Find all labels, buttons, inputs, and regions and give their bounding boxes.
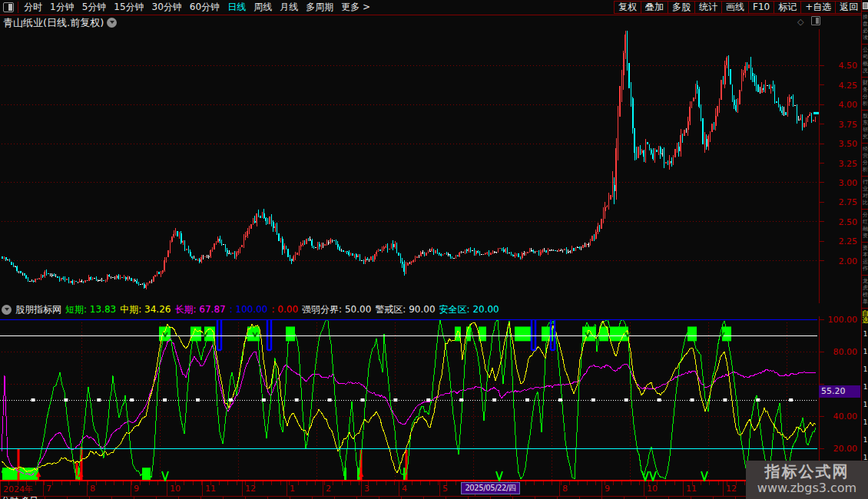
month-line (287, 481, 287, 496)
toolbar-tabs: 分时1分钟5分钟15分钟30分钟60分钟日线周线月线多周期更多 > (24, 0, 370, 15)
month-label: 12 (245, 484, 256, 494)
tab-日线[interactable]: 日线 (227, 0, 246, 15)
app-root: 分时1分钟5分钟15分钟30分钟60分钟日线周线月线多周期更多 > 复权叠加多股… (0, 0, 868, 499)
sidebar-items: 操 盘 必 读公 司 概 况财 务 分 析股 东 研 究经 营 分 析行 业 对… (862, 11, 868, 467)
indicator-header: 股朋指标网 短期: 13.83中期: 34.26长期: 67.87: 100.0… (2, 303, 499, 316)
tab-30分钟[interactable]: 30分钟 (152, 0, 182, 15)
value-highlight: 55.20 (819, 385, 860, 398)
month-label: 10 (647, 484, 658, 494)
month-label: 2024年 (3, 484, 33, 495)
month-label: 8 (90, 484, 95, 494)
sidebar-item-8[interactable]: 龙 虎 榜 单 (862, 275, 868, 308)
indicator-param-0: 短期: 13.83 (65, 303, 116, 316)
month-line (242, 481, 243, 496)
toolbar-divider (18, 2, 18, 13)
sidebar-item-6[interactable]: 分 红 融 资 (862, 209, 868, 242)
tab-5分钟[interactable]: 5分钟 (82, 0, 107, 15)
oscillator-arrows (36, 332, 725, 481)
sidebar-item-2[interactable]: 财 务 分 析 (862, 77, 868, 110)
svg-text:20.00: 20.00 (833, 444, 858, 454)
watermark-title: 指标公式网 (746, 463, 868, 481)
chevron-down-icon[interactable] (107, 18, 117, 28)
main-chart: 4.504.254.003.753.503.253.002.752.502.25… (0, 29, 868, 303)
sidebar-number-4: 1 (862, 396, 868, 414)
sidebar-number-0: 1 (862, 326, 868, 343)
tab-15分钟[interactable]: 15分钟 (114, 0, 144, 15)
sidebar-item-4[interactable]: 经 营 分 析 (862, 143, 868, 176)
month-label: 1 (290, 484, 295, 494)
date-highlight-text: 2025/05/22/四 (465, 484, 515, 492)
month-line (87, 481, 88, 496)
button-画线[interactable]: 画线 (721, 1, 749, 14)
button-F10[interactable]: F10 (748, 1, 774, 14)
month-label: 8 (562, 484, 568, 494)
month-line (0, 481, 1, 496)
svg-text:100.00: 100.00 (828, 316, 858, 325)
svg-text:4.00: 4.00 (839, 100, 858, 110)
month-line (399, 481, 399, 496)
sidebar-item-3[interactable]: 股 东 研 究 (862, 110, 868, 143)
tab-多周期[interactable]: 多周期 (306, 0, 333, 15)
tab-分时[interactable]: 分时 (24, 0, 42, 15)
button-叠加[interactable]: 叠加 (641, 1, 668, 14)
month-label: 9 (605, 484, 610, 494)
toolbar: 分时1分钟5分钟15分钟30分钟60分钟日线周线月线多周期更多 > 复权叠加多股… (0, 0, 868, 15)
sidebar-item-1[interactable]: 公 司 概 况 (862, 44, 868, 77)
sidebar-item-5[interactable]: 行 业 对 比 (862, 176, 868, 209)
svg-text:80.00: 80.00 (833, 347, 858, 357)
watermark-url: www.zbgs3.com (746, 481, 868, 495)
month-label: 9 (134, 484, 139, 494)
month-line (644, 481, 644, 496)
indicator-param-3: : 100.00 (230, 304, 268, 315)
indicator-param-5: 强弱分界: 50.00 (302, 303, 371, 316)
svg-text:2.00: 2.00 (839, 256, 858, 266)
sidebar-item-0[interactable]: 操 盘 必 读 (862, 11, 868, 44)
indicator-chevron-icon[interactable] (2, 305, 12, 315)
month-line (323, 481, 323, 496)
sidebar-number-6: 1 (862, 431, 868, 449)
tab-更多 >[interactable]: 更多 > (341, 0, 370, 15)
svg-text:2.50: 2.50 (839, 217, 858, 227)
button-多股[interactable]: 多股 (668, 1, 695, 14)
sidebar-panel-icon[interactable] (863, 2, 868, 9)
oscillator-levels (0, 320, 819, 482)
indicator-name: 股朋指标网 (15, 303, 61, 316)
month-label: 10 (170, 484, 181, 494)
tab-60分钟[interactable]: 60分钟 (190, 0, 220, 15)
button-返回[interactable]: 返回 (835, 1, 863, 14)
month-label: 11 (205, 484, 216, 494)
svg-text:3.25: 3.25 (839, 159, 858, 169)
indicator-param-4: : 0.00 (272, 304, 299, 315)
tab-月线[interactable]: 月线 (280, 0, 298, 15)
month-line (439, 481, 440, 496)
x-axis: 2025/05/22/四 2024年7891011121234567891011… (0, 481, 861, 497)
month-line (559, 481, 560, 496)
month-label: 11 (686, 484, 697, 494)
indicator-param-7: 安全区: 20.00 (439, 303, 499, 316)
stock-title-text: 青山纸业(日线.前复权) (3, 17, 104, 28)
button-标记[interactable]: 标记 (774, 1, 801, 14)
diamond-icon[interactable]: ◇ (797, 17, 803, 27)
month-line (202, 481, 203, 496)
month-line (601, 481, 602, 496)
tab-1分钟[interactable]: 1分钟 (50, 0, 75, 15)
button-+自选[interactable]: +自选 (800, 1, 836, 14)
indicator-chart: 100.0080.0040.0020.00 (0, 316, 868, 499)
price-axis: 4.504.254.003.753.503.253.002.752.502.25… (813, 29, 857, 303)
panel-icon[interactable] (811, 16, 820, 25)
button-统计[interactable]: 统计 (694, 1, 722, 14)
date-highlight: 2025/05/22/四 (461, 482, 520, 494)
month-label: 2 (326, 484, 331, 494)
month-line (131, 481, 131, 496)
svg-text:4.25: 4.25 (839, 81, 858, 91)
button-复权[interactable]: 复权 (614, 1, 641, 14)
signal-blocks (2, 326, 731, 481)
tab-周线[interactable]: 周线 (253, 0, 272, 15)
layout-toggle-icon[interactable] (3, 2, 14, 12)
toolbar-buttons: 复权叠加多股统计画线F10标记+自选返回 (615, 1, 863, 14)
svg-text:3.50: 3.50 (839, 139, 858, 149)
svg-text:4.50: 4.50 (839, 61, 858, 71)
svg-text:3.75: 3.75 (839, 120, 858, 130)
sidebar-item-7[interactable]: 资 本 运 作 (862, 242, 868, 275)
sidebar-item-highlight[interactable]: 自 选 (862, 308, 868, 326)
